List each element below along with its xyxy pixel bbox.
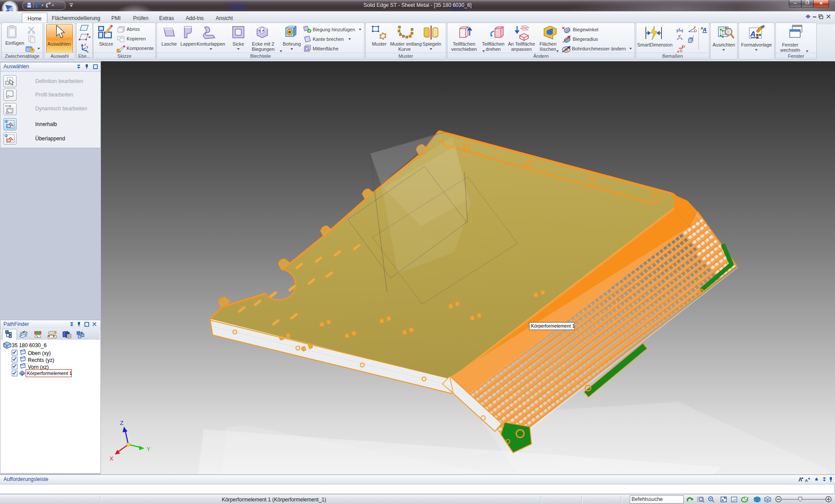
svg-text:x: x: [694, 26, 696, 29]
svg-text:A: A: [702, 27, 707, 33]
svg-text:A: A: [798, 477, 802, 483]
svg-text:x': x': [678, 34, 681, 38]
svg-text:¹: ¹: [693, 35, 694, 39]
svg-text:X: X: [110, 455, 114, 462]
svg-text:A: A: [750, 30, 755, 38]
svg-text:x: x: [678, 27, 681, 31]
svg-text:2: 2: [9, 105, 11, 108]
svg-text:Y: Y: [147, 446, 150, 452]
svg-text:z: z: [84, 43, 86, 46]
svg-text:A: A: [805, 478, 808, 483]
svg-text:Z: Z: [120, 420, 124, 426]
svg-text:Körperformelement 1: Körperformelement 1: [531, 323, 574, 328]
svg-text:y: y: [87, 45, 88, 49]
